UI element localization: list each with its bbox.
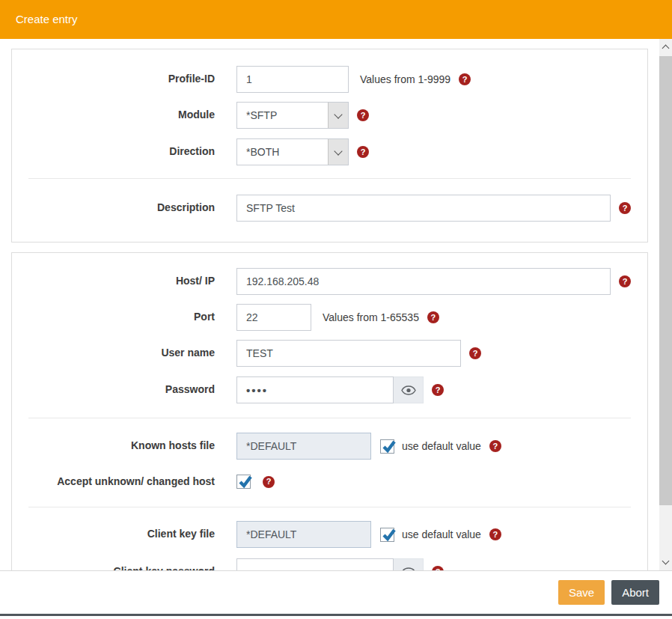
vertical-scrollbar[interactable] [659,39,672,570]
help-icon[interactable] [432,384,444,396]
help-icon[interactable] [469,347,481,359]
dialog-bottom-edge [0,614,672,616]
profile-id-label: Profile-ID [12,73,215,86]
description-row: Description [12,195,647,222]
show-password-button[interactable] [394,558,424,570]
username-row: User name [12,340,647,367]
known-hosts-input [236,433,371,460]
help-icon[interactable] [619,202,631,214]
dialog-footer: Save Abort [0,570,672,614]
scroll-up-button[interactable] [659,39,672,55]
password-label: Password [12,383,215,397]
help-icon[interactable] [489,440,501,452]
accept-host-checkbox[interactable] [236,475,251,489]
module-select-value: *SFTP [246,109,277,121]
port-hint: Values from 1-65535 [323,311,419,323]
client-key-password-row: Client key password [12,558,647,570]
chevron-down-icon [328,139,348,165]
accept-host-row: Accept unknown/ changed host [12,475,647,489]
section-divider [28,507,631,507]
host-label: Host/ IP [12,275,215,288]
port-label: Port [12,311,215,324]
password-row: Password [12,376,647,403]
direction-row: Direction *BOTH [12,138,647,165]
known-hosts-label: Known hosts file [12,439,215,453]
scroll-down-button[interactable] [659,555,672,570]
module-row: Module *SFTP [12,102,647,129]
eye-icon [401,385,416,395]
save-button[interactable]: Save [558,580,605,605]
help-icon[interactable] [619,275,631,287]
direction-select-value: *BOTH [246,146,279,158]
help-icon[interactable] [427,311,439,323]
client-key-password-label: Client key password [12,565,215,570]
help-icon[interactable] [459,73,471,85]
client-key-file-input [236,521,371,548]
client-key-file-row: Client key file use default value [12,521,647,548]
help-icon[interactable] [263,476,275,488]
password-input[interactable] [236,376,394,403]
direction-label: Direction [12,145,215,159]
help-icon[interactable] [357,109,369,121]
known-hosts-row: Known hosts file use default value [12,433,647,460]
chevron-down-icon [328,103,348,128]
direction-select[interactable]: *BOTH [236,138,349,165]
profile-id-input[interactable] [236,66,349,93]
accept-host-label: Accept unknown/ changed host [12,475,215,489]
client-key-password-input[interactable] [236,558,394,570]
form-content: Profile-ID Values from 1-9999 Module *SF… [0,39,659,570]
client-key-file-label: Client key file [12,528,215,541]
checkmark-icon [382,439,396,454]
abort-button[interactable]: Abort [611,580,659,605]
scrollbar-thumb[interactable] [659,56,672,505]
client-key-checkbox-label: use default value [402,528,481,540]
module-select[interactable]: *SFTP [236,102,349,129]
profile-id-hint: Values from 1-9999 [360,73,450,85]
module-label: Module [12,109,215,122]
panel-connection: Host/ IP Port Values from 1-65535 User n… [11,252,648,570]
known-hosts-checkbox-label: use default value [402,440,481,452]
create-entry-dialog: Create entry Profile-ID Values from 1-99… [0,0,672,619]
section-divider [28,418,631,418]
username-input[interactable] [236,340,461,367]
help-icon[interactable] [357,146,369,158]
description-label: Description [12,201,215,215]
host-input[interactable] [236,268,611,295]
dialog-header: Create entry [0,0,672,39]
show-password-button[interactable] [394,376,424,403]
port-input[interactable] [236,304,311,331]
profile-id-row: Profile-ID Values from 1-9999 [12,66,647,93]
dialog-title: Create entry [16,13,78,25]
checkmark-icon [238,475,252,489]
checkmark-icon [382,528,396,542]
host-row: Host/ IP [12,268,647,295]
help-icon[interactable] [489,528,501,540]
known-hosts-default-checkbox[interactable] [380,439,394,454]
section-divider [28,178,631,179]
port-row: Port Values from 1-65535 [12,304,647,331]
panel-general: Profile-ID Values from 1-9999 Module *SF… [11,49,648,243]
client-key-default-checkbox[interactable] [380,528,394,542]
description-input[interactable] [236,195,611,222]
username-label: User name [12,347,215,360]
